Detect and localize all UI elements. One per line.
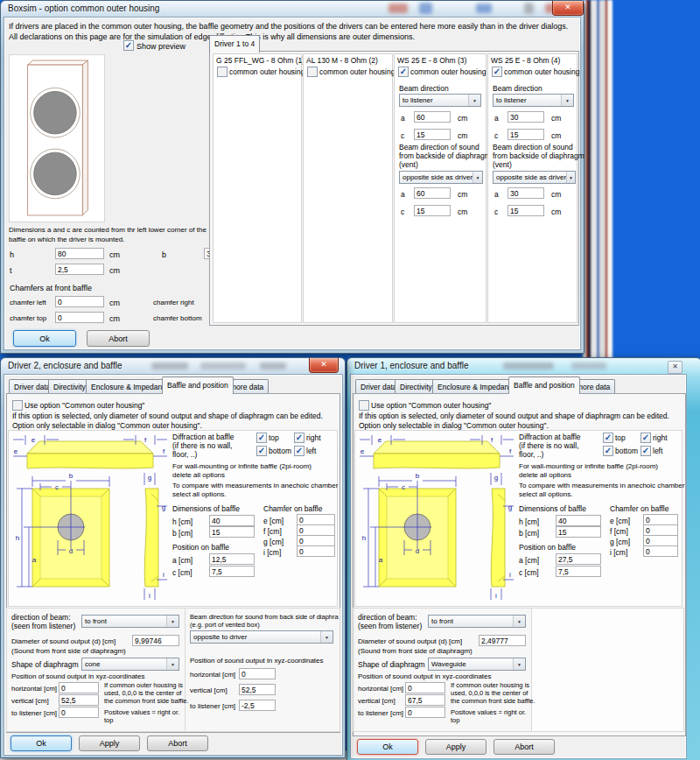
vent-beam-select[interactable]: opposite side as driver▼ — [493, 171, 576, 184]
show-preview-checkbox[interactable]: ✓ — [123, 40, 134, 51]
use-common-housing-checkbox[interactable] — [359, 400, 369, 411]
c-input[interactable] — [209, 566, 255, 577]
vent-a-input[interactable] — [508, 187, 544, 199]
h-input[interactable] — [55, 248, 104, 259]
to-listener-input[interactable] — [405, 707, 445, 718]
diffraction-top-checkbox[interactable]: ✓ — [256, 433, 267, 443]
diffraction-bottom-checkbox[interactable]: ✓ — [603, 446, 613, 456]
diagram-label-e: e — [14, 447, 18, 455]
beam-direction-select[interactable]: to front▼ — [428, 615, 526, 628]
close-button[interactable]: ✕ — [668, 361, 682, 374]
a-input[interactable] — [556, 553, 601, 565]
beam-direction-select[interactable]: to front▼ — [81, 615, 179, 628]
c-input[interactable] — [556, 566, 601, 577]
a-input[interactable] — [414, 111, 451, 123]
diameter-input[interactable] — [132, 635, 179, 646]
c-input[interactable] — [414, 129, 451, 140]
driver-column-4: WS 25 E - 8 Ohm (4) ✓ common outer housi… — [487, 53, 578, 323]
diagram-label-e: e — [378, 436, 382, 444]
diffraction-right-checkbox[interactable]: ✓ — [294, 433, 304, 443]
c-input[interactable] — [508, 129, 544, 140]
common-housing-checkbox[interactable] — [217, 67, 228, 77]
shape-select[interactable]: cone▼ — [81, 658, 179, 671]
b-input[interactable] — [209, 526, 255, 538]
diagram-label-d: d — [69, 547, 73, 555]
apply-button[interactable]: Apply — [79, 735, 140, 751]
titlebar[interactable]: Driver 2, enclosure and baffle — [1, 358, 345, 374]
tab-baffle-and-position[interactable]: Baffle and position — [508, 376, 580, 394]
vent-beam-select[interactable]: opposite side as driver▼ — [399, 171, 483, 184]
vent-c-input[interactable] — [414, 205, 451, 216]
f-label: f [cm] — [610, 527, 628, 536]
driver-column-1: G 25 FFL_WG - 8 Ohm (1) common outer hou… — [213, 53, 302, 323]
horizontal-input[interactable] — [405, 682, 445, 693]
tab-directivity[interactable]: Directivity — [395, 379, 438, 394]
diagram-label-g: g — [162, 503, 165, 511]
i-input[interactable] — [297, 545, 335, 557]
diagram-label-e: e — [360, 447, 365, 455]
a-input[interactable] — [209, 553, 255, 565]
common-housing-checkbox[interactable]: ✓ — [492, 67, 502, 77]
beam-direction-select[interactable]: to listener▼ — [399, 94, 481, 107]
a-label: a [cm] — [172, 556, 192, 565]
ok-button[interactable]: Ok — [10, 735, 72, 751]
vent-a-input[interactable] — [414, 187, 451, 199]
vertical-input[interactable] — [405, 694, 445, 706]
abort-button[interactable]: Abort — [87, 330, 150, 347]
b-input[interactable] — [556, 526, 601, 538]
chamfer-bottom-label: chamfer bottom — [153, 314, 202, 322]
diffraction-top-checkbox[interactable]: ✓ — [603, 433, 613, 443]
diameter-label: Diameter of sound output (d) [cm] — [11, 637, 116, 645]
beam-direction-select[interactable]: to listener▼ — [493, 94, 574, 107]
tab-baffle-and-position[interactable]: Baffle and position — [162, 376, 234, 394]
origin-note-2: used, 0,0,0 is the center of — [451, 689, 528, 697]
h-input[interactable] — [556, 515, 601, 526]
back-to-listener-input[interactable] — [239, 700, 276, 711]
abort-button[interactable]: Abort — [147, 735, 208, 751]
diffraction-left-checkbox[interactable]: ✓ — [640, 446, 651, 456]
ok-button[interactable]: Ok — [13, 330, 76, 347]
chamfer-left-input[interactable] — [55, 296, 104, 307]
titlebar-artifact — [524, 3, 534, 14]
close-button[interactable]: ✕ — [309, 358, 339, 373]
i-input[interactable] — [643, 545, 678, 557]
vent-c-input[interactable] — [508, 205, 544, 216]
shape-select[interactable]: Waveguide▼ — [428, 658, 526, 671]
diffraction-right-checkbox[interactable]: ✓ — [640, 433, 651, 443]
chamfer-top-input[interactable] — [55, 312, 104, 323]
diffraction-left-checkbox[interactable]: ✓ — [294, 446, 304, 456]
horizontal-input[interactable] — [59, 682, 99, 693]
t-input[interactable] — [55, 264, 104, 275]
dropdown-arrow-icon: ▼ — [513, 616, 525, 627]
vertical-input[interactable] — [59, 694, 99, 706]
common-housing-label: common outer housing — [410, 67, 486, 76]
common-housing-checkbox[interactable] — [307, 67, 318, 77]
back-vertical-input[interactable] — [239, 684, 276, 695]
titlebar[interactable]: Driver 1, enclosure and baffle — [347, 358, 700, 374]
a-input[interactable] — [508, 111, 544, 123]
cm-unit: cm — [109, 314, 120, 323]
driver-cone — [34, 91, 77, 134]
dropdown-arrow-icon: ▼ — [566, 172, 575, 183]
to-listener-input[interactable] — [59, 707, 99, 718]
apply-button[interactable]: Apply — [425, 739, 486, 755]
back-beam-select[interactable]: opposite to driver▼ — [190, 630, 333, 644]
common-housing-checkbox[interactable]: ✓ — [398, 67, 409, 77]
titlebar-artifact — [503, 362, 554, 369]
diagram-label-g: g — [494, 474, 498, 482]
tab-driver-1-to-4[interactable]: Driver 1 to 4 — [209, 35, 260, 53]
abort-button[interactable]: Abort — [494, 739, 555, 755]
use-common-housing-checkbox[interactable] — [12, 400, 23, 411]
diagram-label-f: f — [491, 436, 494, 444]
tab-directivity[interactable]: Directivity — [48, 379, 91, 394]
ok-button[interactable]: Ok — [357, 739, 418, 755]
close-button[interactable]: ✕ — [552, 1, 584, 16]
back-horizontal-input[interactable] — [239, 668, 276, 679]
diffraction-bottom-checkbox[interactable]: ✓ — [256, 446, 267, 456]
driver1-dialog-window: Driver 1, enclosure and baffle ✕ Driver … — [346, 357, 700, 760]
titlebar[interactable]: Boxsim - option common outer housing — [1, 1, 584, 17]
titlebar-artifact — [200, 362, 246, 369]
h-label: h — [10, 250, 14, 259]
diameter-input[interactable] — [479, 635, 526, 646]
h-input[interactable] — [209, 515, 255, 526]
